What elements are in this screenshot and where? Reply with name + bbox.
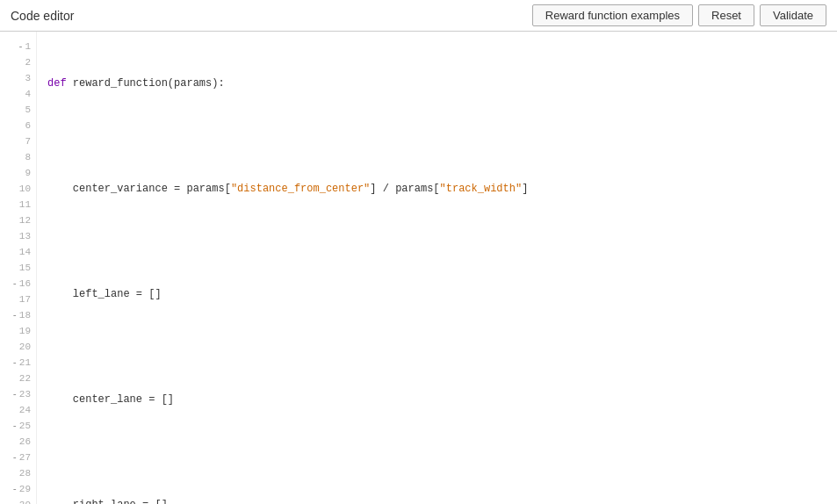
line-num-11: 11 <box>0 197 36 212</box>
header: Code editor Reward function examples Res… <box>0 0 837 32</box>
line-num-6: 6 <box>0 118 36 133</box>
line-num-26: 26 <box>0 434 36 450</box>
line-num-27: -27 <box>0 450 36 465</box>
line-num-8: 8 <box>0 149 36 165</box>
line-num-12: 12 <box>0 212 36 228</box>
line-num-28: 28 <box>0 465 36 481</box>
fold-18[interactable]: - <box>11 311 19 320</box>
line-num-1: - 1 <box>0 39 36 54</box>
line-num-13: 13 <box>0 228 36 244</box>
line-num-7: 7 <box>0 133 36 149</box>
code-line-8 <box>47 444 837 460</box>
code-editor-body: - 1 2 3 4 5 6 7 8 9 10 11 12 13 14 15 -1… <box>0 32 837 504</box>
line-num-29: -29 <box>0 481 36 497</box>
code-line-5: left_lane = [] <box>47 286 837 302</box>
code-line-7: center_lane = [] <box>47 392 837 407</box>
line-num-18: -18 <box>0 307 36 323</box>
code-line-9: right_lane = [] <box>47 497 837 504</box>
line-num-17: 17 <box>0 292 36 307</box>
line-num-24: 24 <box>0 402 36 418</box>
fold-16[interactable]: - <box>11 279 19 289</box>
fold-30[interactable]: - <box>11 500 19 505</box>
code-line-4 <box>47 234 837 249</box>
code-line-2 <box>47 128 837 144</box>
line-num-4: 4 <box>0 86 36 102</box>
line-num-20: 20 <box>0 339 36 355</box>
code-editor-title: Code editor <box>11 9 74 23</box>
line-num-3: 3 <box>0 70 36 86</box>
line-num-9: 9 <box>0 165 36 181</box>
line-num-14: 14 <box>0 244 36 260</box>
fold-21[interactable]: - <box>11 358 19 368</box>
validate-button[interactable]: Validate <box>760 4 826 26</box>
code-line-3: center_variance = params["distance_from_… <box>47 181 837 197</box>
line-num-25: -25 <box>0 418 36 434</box>
code-line-6 <box>47 339 837 355</box>
fold-1[interactable]: - <box>16 42 25 52</box>
line-num-19: 19 <box>0 323 36 339</box>
line-num-2: 2 <box>0 54 36 70</box>
line-numbers: - 1 2 3 4 5 6 7 8 9 10 11 12 13 14 15 -1… <box>0 32 37 504</box>
line-num-10: 10 <box>0 181 36 197</box>
line-num-21: -21 <box>0 355 36 371</box>
header-buttons: Reward function examples Reset Validate <box>532 4 826 26</box>
fold-25[interactable]: - <box>11 421 19 431</box>
line-num-22: 22 <box>0 371 36 386</box>
code-lines[interactable]: def reward_function(params): center_vari… <box>37 32 837 504</box>
fold-29[interactable]: - <box>11 485 19 494</box>
fold-27[interactable]: - <box>11 453 19 463</box>
line-num-16: -16 <box>0 276 36 292</box>
reward-examples-button[interactable]: Reward function examples <box>532 4 693 26</box>
line-num-23: -23 <box>0 386 36 402</box>
reset-button[interactable]: Reset <box>698 4 754 26</box>
fold-23[interactable]: - <box>11 390 19 400</box>
code-line-1: def reward_function(params): <box>47 76 837 91</box>
line-num-15: 15 <box>0 260 36 276</box>
line-num-30: -30 <box>0 497 36 504</box>
line-num-5: 5 <box>0 102 36 118</box>
